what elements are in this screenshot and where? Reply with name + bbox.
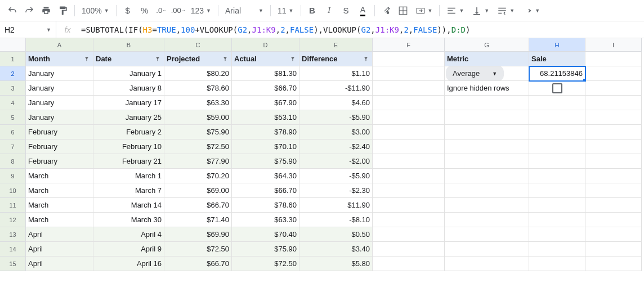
cell-H11[interactable] (529, 198, 585, 213)
cell-A4[interactable]: January (26, 96, 93, 110)
cell-A12[interactable]: March (26, 213, 93, 227)
cell-E4[interactable]: $4.60 (299, 96, 373, 110)
cell-G9[interactable] (445, 169, 529, 183)
cell-F14[interactable] (373, 242, 445, 256)
cell-I11[interactable] (585, 198, 642, 213)
font-dropdown[interactable]: Arial▼ (222, 3, 267, 19)
column-header-D[interactable]: D (232, 38, 299, 52)
column-header-H[interactable]: H (529, 38, 585, 52)
text-color-button[interactable]: A (355, 3, 371, 19)
cell-H7[interactable] (529, 140, 585, 154)
row-header-15[interactable]: 15 (0, 256, 26, 271)
column-header-E[interactable]: E (299, 38, 373, 52)
cell-E6[interactable]: $3.00 (299, 125, 373, 140)
cell-G4[interactable] (445, 96, 529, 110)
cell-H10[interactable] (529, 183, 585, 198)
cell-F3[interactable] (373, 81, 445, 96)
cell-F6[interactable] (373, 125, 445, 140)
row-header-13[interactable]: 13 (0, 227, 26, 242)
cell-F5[interactable] (373, 110, 445, 125)
cell-G5[interactable] (445, 110, 529, 125)
cell-B12[interactable]: March 30 (93, 213, 164, 227)
cell-H1[interactable]: Sale (529, 52, 585, 66)
cell-H14[interactable] (529, 242, 585, 256)
cell-G3[interactable]: Ignore hidden rows (445, 81, 529, 96)
cell-A6[interactable]: February (26, 125, 93, 140)
cell-C9[interactable]: $70.20 (164, 169, 232, 183)
cell-D8[interactable]: $75.90 (232, 154, 299, 169)
cell-D3[interactable]: $66.70 (232, 81, 299, 96)
cell-G11[interactable] (445, 198, 529, 213)
cell-G10[interactable] (445, 183, 529, 198)
percent-button[interactable]: % (137, 3, 153, 19)
row-header-2[interactable]: 2 (0, 66, 26, 81)
cell-A9[interactable]: March (26, 169, 93, 183)
row-header-8[interactable]: 8 (0, 154, 26, 169)
cell-H4[interactable] (529, 96, 585, 110)
cell-I14[interactable] (585, 242, 642, 256)
cell-B9[interactable]: March 1 (93, 169, 164, 183)
cell-H15[interactable] (529, 256, 585, 271)
cell-B6[interactable]: February 2 (93, 125, 164, 140)
cell-B3[interactable]: January 8 (93, 81, 164, 96)
bold-button[interactable]: B (305, 3, 320, 19)
cell-I7[interactable] (585, 140, 642, 154)
cell-D9[interactable]: $64.30 (232, 169, 299, 183)
row-header-12[interactable]: 12 (0, 213, 26, 227)
cell-A3[interactable]: January (26, 81, 93, 96)
name-box[interactable]: H2▼ (0, 21, 56, 38)
cell-E10[interactable]: -$2.30 (299, 183, 373, 198)
cell-E1[interactable]: Difference (299, 52, 373, 66)
cell-A10[interactable]: March (26, 183, 93, 198)
cell-G13[interactable] (445, 227, 529, 242)
metric-dropdown[interactable]: Average▼ (446, 66, 504, 81)
cell-B8[interactable]: February 21 (93, 154, 164, 169)
cell-F9[interactable] (373, 169, 445, 183)
cell-A7[interactable]: February (26, 140, 93, 154)
cell-A13[interactable]: April (26, 227, 93, 242)
cell-B4[interactable]: January 17 (93, 96, 164, 110)
cell-G2[interactable]: Average▼ (445, 66, 529, 81)
cell-H13[interactable] (529, 227, 585, 242)
cell-D4[interactable]: $67.90 (232, 96, 299, 110)
cell-B1[interactable]: Date (93, 52, 164, 66)
cell-D12[interactable]: $63.30 (232, 213, 299, 227)
cell-C6[interactable]: $75.90 (164, 125, 232, 140)
undo-button[interactable] (5, 3, 20, 19)
cell-B5[interactable]: January 25 (93, 110, 164, 125)
cell-H3[interactable] (529, 81, 585, 96)
filter-icon[interactable] (154, 55, 162, 63)
cell-C10[interactable]: $69.00 (164, 183, 232, 198)
cell-C4[interactable]: $63.30 (164, 96, 232, 110)
cell-C1[interactable]: Projected (164, 52, 232, 66)
cell-H2[interactable]: 68.21153846 (529, 66, 585, 81)
cell-C7[interactable]: $72.50 (164, 140, 232, 154)
decrease-decimal-button[interactable]: .0← (154, 3, 169, 19)
cell-E13[interactable]: $0.50 (299, 227, 373, 242)
cell-F1[interactable] (373, 52, 445, 66)
cell-C13[interactable]: $69.90 (164, 227, 232, 242)
cell-C11[interactable]: $66.70 (164, 198, 232, 213)
text-rotation-dropdown[interactable]: ▼ (519, 3, 543, 19)
cell-F13[interactable] (373, 227, 445, 242)
cell-G15[interactable] (445, 256, 529, 271)
cell-D1[interactable]: Actual (232, 52, 299, 66)
cell-E9[interactable]: -$5.90 (299, 169, 373, 183)
cell-G14[interactable] (445, 242, 529, 256)
cell-F12[interactable] (373, 213, 445, 227)
cell-F10[interactable] (373, 183, 445, 198)
cell-H8[interactable] (529, 154, 585, 169)
cell-D5[interactable]: $53.10 (232, 110, 299, 125)
cell-G8[interactable] (445, 154, 529, 169)
row-header-3[interactable]: 3 (0, 81, 26, 96)
cell-H9[interactable] (529, 169, 585, 183)
font-size-dropdown[interactable]: 11▼ (274, 3, 297, 19)
cell-E11[interactable]: $11.90 (299, 198, 373, 213)
cell-E5[interactable]: -$5.90 (299, 110, 373, 125)
select-all-corner[interactable] (0, 38, 26, 52)
currency-button[interactable]: $ (120, 3, 136, 19)
cell-F7[interactable] (373, 140, 445, 154)
cell-I8[interactable] (585, 154, 642, 169)
cell-D2[interactable]: $81.30 (232, 66, 299, 81)
cell-E2[interactable]: $1.10 (299, 66, 373, 81)
